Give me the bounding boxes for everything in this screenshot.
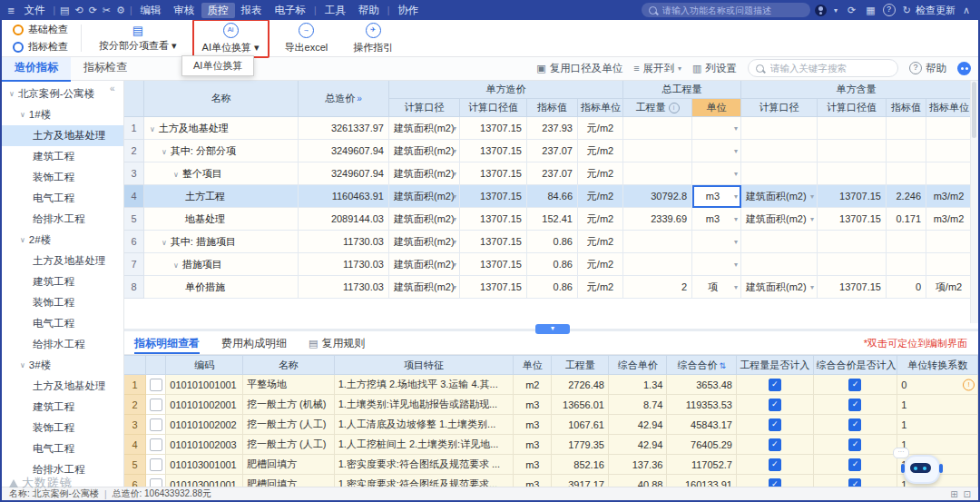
row-number-cell[interactable]: 2 [124,395,146,415]
unit-price-cell[interactable]: 42.94 [608,415,666,435]
collapse-ribbon-icon[interactable]: ∧ [960,5,973,16]
row-number-cell[interactable]: 4 [124,185,144,208]
indicator-value-cell[interactable]: 237.07 [527,162,578,185]
grid-view-icon[interactable]: ⊞ [950,489,957,499]
indicator-value-cell[interactable]: 0.86 [527,231,578,253]
sidebar-item-给排水工程[interactable]: 给排水工程 [2,334,123,355]
total-price-cell[interactable]: 45843.17 [667,415,737,435]
unit-price-cell[interactable]: 40.88 [608,475,666,488]
content-value-cell[interactable] [887,253,926,276]
total-include-checkbox[interactable]: ✓ [848,458,861,471]
sidebar-collapse-icon[interactable]: « [110,84,115,94]
indicator-unit-cell[interactable]: 元/m2 [578,276,623,299]
vertical-scrollbar[interactable] [970,80,978,323]
total-include-checkbox[interactable]: ✓ [848,379,861,391]
scissors-icon[interactable]: ✂ [100,5,113,16]
content-unit-cell[interactable] [926,117,972,140]
content-caliber-value-cell[interactable]: 13707.15 [818,208,887,231]
content-caliber-cell[interactable] [741,162,818,185]
qty-include-cell[interactable]: ✓ [736,395,813,415]
caliber-value-cell[interactable]: 13707.15 [460,253,527,276]
unit-cell[interactable]: ▾ [692,253,741,276]
row-number-cell[interactable]: 8 [124,276,144,299]
content-caliber-value-cell[interactable] [818,162,887,185]
sidebar-item-土方及地基处理[interactable]: 土方及地基处理 [2,125,123,146]
unit-price-cell[interactable]: 8.74 [608,395,666,415]
toolbar-button-操作指引[interactable]: ✈操作指引 [343,19,403,58]
sidebar-item-电气工程[interactable]: 电气工程 [2,313,123,334]
indicator-unit-cell[interactable]: 元/m2 [578,253,623,276]
quantity-cell[interactable]: 852.16 [552,455,608,475]
indicator-value-cell[interactable]: 237.93 [527,117,578,140]
total-include-checkbox[interactable]: ✓ [848,399,861,411]
caliber-value-cell[interactable]: 13707.15 [460,231,527,253]
code-cell[interactable]: 010103001001 [166,455,243,475]
content-caliber-cell[interactable] [741,253,818,276]
quantity-cell[interactable] [623,231,692,253]
content-value-cell[interactable] [887,231,926,253]
indicator-unit-cell[interactable]: 元/m2 [578,140,623,162]
content-value-cell[interactable]: 0 [887,276,926,299]
total-include-checkbox[interactable]: ✓ [848,438,861,451]
chevron-down-icon[interactable]: ▾ [831,6,840,15]
indicator-check-toggle[interactable]: 指标检查 [13,40,68,54]
qty-include-cell[interactable]: ✓ [736,415,813,435]
sidebar-item-1#楼[interactable]: ∨1#楼 [2,104,123,125]
content-unit-cell[interactable] [926,140,972,162]
row-number-cell[interactable]: 6 [124,231,144,253]
qty-include-checkbox[interactable]: ✓ [769,458,781,471]
content-value-cell[interactable] [887,140,926,162]
caliber-cell[interactable]: 建筑面积(m2)▾ [389,117,460,140]
item-name-cell[interactable]: 平整场地 [242,375,334,395]
unit-price-cell[interactable]: 1.34 [608,375,666,395]
row-checkbox[interactable] [150,458,162,471]
assistant-mini-icon[interactable] [957,62,971,75]
total-include-checkbox[interactable]: ✓ [848,418,861,431]
sidebar-item-2#楼[interactable]: ∨2#楼 [2,230,123,251]
feature-cell[interactable]: 1.密实度要求:符合图纸及规范要求... [334,475,513,488]
content-caliber-cell[interactable] [741,117,818,140]
total-price-cell[interactable]: 119353.53 [667,395,737,415]
name-cell[interactable]: 地基处理 [144,208,299,231]
sidebar-item-装饰工程[interactable]: 装饰工程 [2,167,123,188]
caliber-cell[interactable]: 建筑面积(m2)▾ [389,253,460,276]
content-caliber-value-cell[interactable] [818,231,887,253]
row-number-cell[interactable]: 1 [124,117,144,140]
keyword-search-box[interactable] [748,59,898,77]
function-search-box[interactable] [642,3,810,17]
conversion-factor-cell[interactable]: 1 [897,395,978,415]
content-unit-cell[interactable]: m3/m2 [926,208,972,231]
content-caliber-cell[interactable]: 建筑面积(m2)▾ [741,208,818,231]
sidebar-item-建筑工程[interactable]: 建筑工程 [2,271,123,292]
menu-item-质控[interactable]: 质控 [201,3,235,18]
indicator-unit-cell[interactable]: 元/m2 [578,162,623,185]
unit-cell[interactable]: m3 [514,435,552,455]
qty-include-checkbox[interactable]: ✓ [769,438,781,451]
code-cell[interactable]: 010101002002 [166,415,243,435]
reuse-caliber-button[interactable]: ▣ 复用口径及单位 [536,62,622,75]
quantity-cell[interactable]: 1067.61 [552,415,608,435]
content-value-cell[interactable]: 0.171 [887,208,926,231]
content-caliber-cell[interactable]: 建筑面积(m2)▾ [741,185,818,208]
name-cell[interactable]: 土方工程 [144,185,299,208]
menu-item-电子标[interactable]: 电子标 [269,3,313,18]
column-header-综合合价[interactable]: 综合合价⇅ [667,356,737,375]
caliber-value-cell[interactable]: 13707.15 [460,276,527,299]
total-include-cell[interactable]: ✓ [813,375,897,395]
row-number-cell[interactable]: 2 [124,140,144,162]
feature-cell[interactable]: 1.密实度要求:符合图纸及规范要求 ... [334,455,513,475]
caliber-cell[interactable]: 建筑面积(m2)▾ [389,162,460,185]
total-cost-cell[interactable]: 1160463.91 [299,185,389,208]
checkbox-cell[interactable] [146,475,166,488]
indicator-value-cell[interactable]: 0.86 [527,253,578,276]
quantity-cell[interactable]: 1779.35 [552,435,608,455]
expand-to-button[interactable]: ≡ 展开到 ▾ [633,62,681,75]
quantity-cell[interactable] [623,117,692,140]
total-price-cell[interactable]: 117052.7 [667,455,737,475]
content-caliber-cell[interactable] [741,140,818,162]
indicator-unit-cell[interactable]: 元/m2 [578,231,623,253]
checkbox-cell[interactable] [146,415,166,435]
quantity-cell[interactable]: 2339.69 [623,208,692,231]
indicator-value-cell[interactable]: 237.07 [527,140,578,162]
caliber-cell[interactable]: 建筑面积(m2)▾ [389,185,460,208]
